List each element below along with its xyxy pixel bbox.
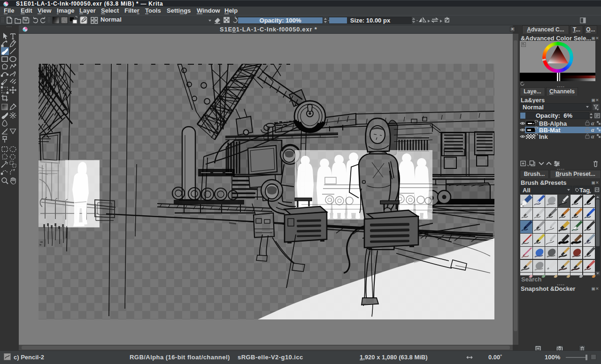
- svg-text:α: α: [591, 120, 594, 127]
- svg-text:α: α: [591, 127, 594, 133]
- svg-text:α: α: [591, 133, 594, 140]
